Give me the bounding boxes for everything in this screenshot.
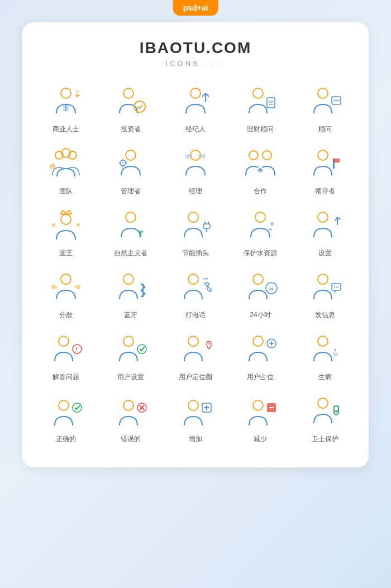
icon-label-cooperation: 合作 — [254, 187, 267, 196]
svg-point-100 — [188, 400, 198, 410]
icon-item-manager-admin: 管理者 — [98, 141, 163, 203]
svg-point-81 — [59, 336, 69, 346]
svg-point-36 — [201, 154, 206, 159]
settings-icon — [307, 209, 343, 245]
icon-label-consultant: 顾问 — [318, 125, 332, 134]
svg-rect-52 — [203, 224, 210, 228]
icon-item-water: 保护水资源 — [228, 203, 293, 265]
scatter-icon — [48, 271, 84, 307]
icon-item-manager: 经理 — [163, 141, 228, 203]
icon-label-correct: 正确的 — [56, 434, 76, 444]
investor-icon — [113, 85, 149, 121]
icon-item-user-location: 用户定位圈 — [163, 327, 228, 389]
icon-item-bluetooth: 蓝牙 — [98, 265, 163, 327]
svg-point-107 — [318, 398, 328, 408]
manager-icon — [178, 147, 213, 183]
user-location-icon — [178, 333, 213, 369]
icon-label-water: 保护水资源 — [244, 248, 277, 258]
icon-item-phone: 打电话 — [163, 265, 228, 327]
svg-point-66 — [123, 274, 133, 284]
svg-text:24: 24 — [269, 287, 273, 291]
icon-item-24hours: 24 24小时 — [228, 265, 293, 327]
svg-point-0 — [61, 88, 71, 98]
24hours-icon: 24 — [242, 271, 278, 307]
svg-point-3 — [75, 94, 79, 97]
icon-label-manager-admin: 管理者 — [121, 187, 141, 196]
svg-point-85 — [137, 345, 146, 353]
svg-point-72 — [188, 274, 198, 284]
svg-point-88 — [253, 336, 263, 346]
main-card: IBAOTU.COM ICONS · · · 商业人士 投资者 经纪人 — [22, 22, 369, 467]
svg-point-12 — [253, 88, 263, 98]
manager-admin-icon — [113, 147, 149, 183]
sick-icon — [307, 333, 343, 369]
icon-item-investor: 投资者 — [98, 79, 163, 141]
svg-point-95 — [73, 403, 82, 412]
svg-point-45 — [61, 214, 71, 224]
svg-point-57 — [318, 212, 328, 222]
svg-point-41 — [259, 169, 262, 173]
svg-point-27 — [126, 150, 136, 160]
svg-point-19 — [333, 99, 335, 102]
cooperation-icon — [242, 147, 278, 183]
phone-icon — [178, 271, 213, 307]
icon-label-investor: 投资者 — [121, 125, 141, 134]
icon-label-user-placeholder: 用户占位 — [247, 372, 274, 382]
site-title: IBAOTU.COM — [34, 39, 357, 57]
icon-item-guard: 卫士保护 — [293, 389, 357, 451]
wrong-icon — [113, 395, 149, 431]
svg-point-49 — [126, 212, 136, 222]
icon-item-scatter: 分散 — [34, 265, 98, 327]
site-subtitle: ICONS · · · — [34, 59, 357, 68]
icon-item-message: 发信息 — [293, 265, 357, 327]
king-icon — [48, 209, 84, 245]
icon-item-leader: 领导者 — [293, 141, 357, 203]
icon-item-wrong: 错误的 — [98, 389, 163, 451]
icon-label-naturalist: 自然主义者 — [114, 248, 147, 258]
svg-point-79 — [336, 286, 337, 288]
svg-point-42 — [318, 150, 328, 160]
icon-item-consultant: 顾问 — [293, 79, 357, 141]
icon-item-sick: 生病 — [293, 327, 357, 389]
icon-label-settings: 设置 — [318, 248, 332, 258]
icon-label-bluetooth: 蓝牙 — [124, 310, 137, 320]
icon-label-add: 增加 — [189, 434, 202, 444]
plug-icon — [178, 209, 213, 245]
icon-label-wrong: 错误的 — [121, 434, 141, 444]
consultant-icon — [307, 85, 343, 121]
icon-label-team: 团队 — [59, 187, 73, 196]
icon-label-solve-problem: 解答问题 — [53, 372, 79, 382]
svg-point-17 — [318, 88, 328, 98]
svg-point-86 — [188, 336, 198, 346]
svg-point-61 — [61, 274, 71, 284]
icon-label-phone: 打电话 — [185, 310, 206, 320]
svg-point-62 — [51, 285, 56, 289]
svg-point-96 — [123, 400, 133, 410]
svg-point-48 — [77, 223, 80, 227]
svg-point-6 — [123, 88, 133, 98]
svg-point-51 — [188, 212, 198, 222]
icon-item-reduce: 减少 — [228, 389, 293, 451]
svg-point-84 — [123, 336, 133, 346]
icon-label-king: 国王 — [59, 248, 73, 258]
svg-point-104 — [253, 400, 263, 410]
icon-item-settings: 设置 — [293, 203, 357, 265]
svg-rect-44 — [333, 159, 340, 162]
svg-text:!: ! — [75, 346, 77, 352]
svg-point-76 — [318, 274, 328, 284]
icon-label-leader: 领导者 — [315, 187, 335, 196]
icon-item-businessman: 商业人士 — [34, 79, 98, 141]
svg-text:⚙: ⚙ — [51, 165, 54, 169]
icon-item-plug: 节能插头 — [163, 203, 228, 265]
icon-label-broker: 经纪人 — [185, 125, 206, 134]
naturalist-icon — [113, 209, 149, 245]
svg-point-78 — [334, 286, 335, 288]
svg-point-56 — [255, 212, 265, 222]
svg-point-87 — [208, 342, 210, 345]
format-badge: psd+ai — [173, 0, 218, 16]
svg-point-40 — [263, 151, 271, 160]
icon-item-user-settings: 用户设置 — [98, 327, 163, 389]
bluetooth-icon — [113, 271, 149, 307]
icon-item-correct: 正确的 — [34, 389, 98, 451]
icon-label-businessman: 商业人士 — [53, 125, 79, 134]
